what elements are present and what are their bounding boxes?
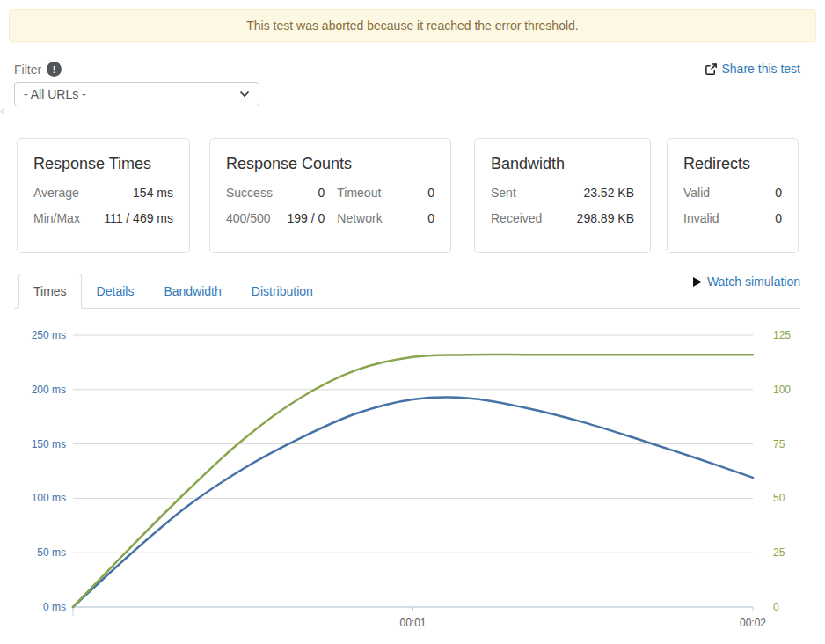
svg-text:50: 50 [773,492,785,504]
stat-label: Min/Max [33,211,80,225]
svg-text:00:02: 00:02 [740,617,766,629]
abort-warning-banner: This test was aborted because it reached… [9,9,816,42]
tab-times[interactable]: Times [18,274,82,309]
stat-label: Valid [683,186,719,200]
tab-bandwidth[interactable]: Bandwidth [149,274,236,309]
response-times-card: Response Times Average 154 ms Min/Max 11… [17,138,190,253]
stat-label: Timeout [337,186,382,200]
stat-value: 0 [395,186,434,200]
svg-text:150 ms: 150 ms [32,438,66,450]
card-title: Response Times [33,155,173,173]
svg-text:75: 75 [773,438,785,450]
svg-text:00:01: 00:01 [399,617,426,629]
tab-distribution[interactable]: Distribution [237,274,328,309]
stat-value: 111 / 469 ms [80,211,173,225]
chart-gridlines [73,335,753,607]
clients-line [73,355,753,607]
stat-value: 0 [719,186,782,200]
stat-label: Sent [491,186,542,200]
chart-x-axis: 00:0100:02 [73,607,766,629]
svg-text:50 ms: 50 ms [37,546,66,559]
stat-value: 298.89 KB [542,211,634,225]
stat-label: 400/500 [226,211,273,225]
play-icon [693,277,702,287]
card-title: Bandwidth [491,155,634,173]
tab-details[interactable]: Details [82,274,150,309]
svg-text:100 ms: 100 ms [32,492,66,504]
times-chart: 00:0100:02 0 ms50 ms100 ms150 ms200 ms25… [0,315,825,644]
stat-label: Network [337,211,382,225]
share-icon [705,62,718,76]
stat-value: 0 [285,186,325,200]
filter-label-row: Filter ! [14,62,62,77]
stat-value: 199 / 0 [285,211,325,225]
watch-simulation-link[interactable]: Watch simulation [693,274,800,289]
stat-label: Received [491,211,542,225]
svg-text:0: 0 [773,601,779,613]
stat-label: Average [33,186,80,200]
share-link-label: Share this test [722,62,801,76]
stat-value: 23.52 KB [542,186,634,200]
stat-label: Invalid [683,211,719,225]
filter-label: Filter [14,62,41,77]
svg-text:125: 125 [773,329,791,341]
svg-text:25: 25 [773,546,785,559]
chart-right-axis-labels: 0255075100125 [773,329,791,613]
info-icon[interactable]: ! [47,62,62,77]
share-test-link[interactable]: Share this test [705,62,801,76]
test-results-page: This test was aborted because it reached… [0,0,825,644]
bandwidth-card: Bandwidth Sent 23.52 KB Received 298.89 … [474,138,651,253]
svg-text:250 ms: 250 ms [32,329,66,341]
results-tab-bar: Times Details Bandwidth Distribution [14,274,800,309]
redirects-card: Redirects Valid 0 Invalid 0 [667,138,799,253]
stat-value: 154 ms [80,186,173,200]
card-title: Redirects [683,155,782,173]
svg-text:200 ms: 200 ms [32,384,66,396]
abort-warning-text: This test was aborted because it reached… [246,18,578,33]
stat-value: 0 [395,211,434,225]
stat-value: 0 [719,211,782,225]
response-counts-card: Response Counts Success 0 Timeout 0 400/… [209,138,451,253]
url-filter-selected-option: - All URLs - [24,87,239,101]
card-title: Response Counts [226,155,434,173]
svg-text:0 ms: 0 ms [43,601,66,613]
edge-chevron-icon: ‹ [0,102,5,120]
watch-simulation-label: Watch simulation [707,274,800,289]
url-filter-select[interactable]: - All URLs - [14,82,259,106]
chevron-down-icon [239,91,250,98]
svg-text:100: 100 [773,384,791,396]
chart-left-axis-labels: 0 ms50 ms100 ms150 ms200 ms250 ms [32,329,66,613]
stat-label: Success [226,186,273,200]
